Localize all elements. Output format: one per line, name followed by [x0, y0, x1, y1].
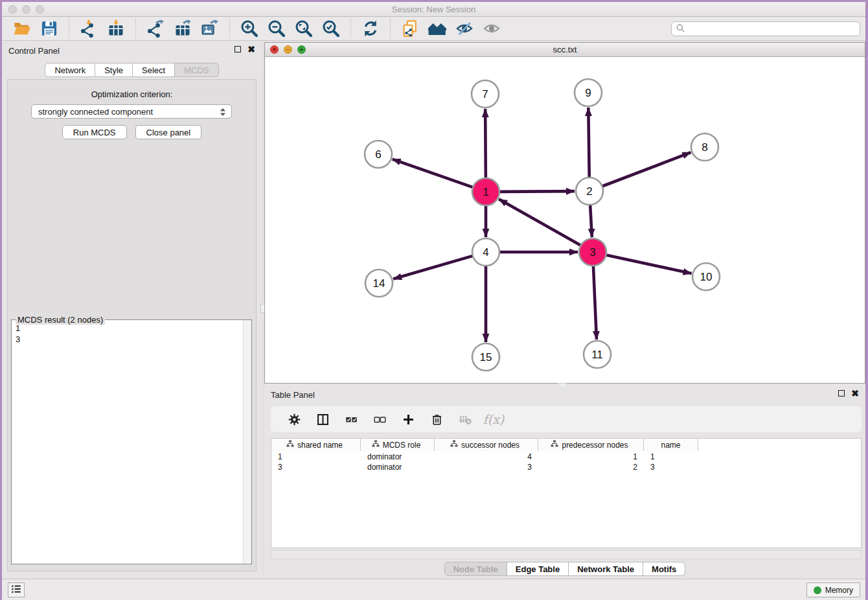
table-row[interactable]: 3dominator323: [271, 462, 698, 472]
zoom-in-icon[interactable]: [238, 19, 260, 38]
mcds-result-scrollbar[interactable]: [243, 320, 251, 564]
float-table-panel-icon[interactable]: [838, 390, 845, 397]
tab-network-table[interactable]: Network Table: [569, 562, 643, 576]
export-table-icon[interactable]: [172, 19, 194, 38]
graph-edge-1-2[interactable]: [499, 191, 575, 192]
zoom-selected-icon[interactable]: [320, 19, 342, 38]
graph-node-9[interactable]: 9: [575, 79, 602, 106]
graph-node-label: 3: [589, 246, 595, 259]
graph-edge-4-14[interactable]: [393, 256, 473, 279]
hide-selected-icon[interactable]: [453, 19, 475, 38]
open-session-icon[interactable]: [11, 19, 33, 38]
minimize-view-icon[interactable]: –: [284, 45, 292, 54]
close-panel-icon[interactable]: ✖: [247, 46, 255, 52]
optimization-dropdown-value: strongly connected component: [38, 107, 153, 117]
graph-node-label: 14: [373, 277, 385, 290]
column-header-successor-nodes[interactable]: successor nodes: [435, 439, 538, 451]
graph-node-4[interactable]: 4: [472, 238, 499, 266]
graph-node-label: 15: [480, 351, 492, 363]
control-panel-header: Control Panel ✖: [2, 42, 262, 59]
first-neighbors-icon[interactable]: [426, 19, 448, 38]
memory-button[interactable]: Memory: [806, 583, 860, 597]
graph-node-11[interactable]: 11: [584, 341, 611, 368]
column-header-MCDS-role[interactable]: MCDS role: [361, 439, 435, 451]
network-canvas[interactable]: 1234678910111415: [265, 57, 865, 383]
mcds-result-text[interactable]: 1 3: [12, 320, 251, 564]
graph-node-7[interactable]: 7: [472, 80, 499, 108]
graph-node-2[interactable]: 2: [576, 178, 603, 205]
graph-edge-2-8[interactable]: [602, 152, 691, 186]
status-bar: Memory: [2, 579, 865, 600]
graph-node-10[interactable]: 10: [692, 263, 720, 290]
graph-edge-3-10[interactable]: [606, 255, 692, 273]
graph-node-14[interactable]: 14: [365, 270, 393, 297]
tab-network[interactable]: Network: [45, 63, 95, 77]
settings-gear-icon[interactable]: [283, 410, 305, 429]
toolbar-separator: [229, 19, 230, 38]
maximize-view-icon[interactable]: +: [297, 45, 306, 54]
graph-node-8[interactable]: 8: [691, 133, 718, 161]
export-network-icon[interactable]: [144, 19, 166, 38]
tab-edge-table[interactable]: Edge Table: [507, 562, 569, 576]
tab-style[interactable]: Style: [95, 63, 133, 77]
save-session-icon[interactable]: [38, 19, 60, 38]
show-all-icon[interactable]: [481, 19, 503, 38]
graph-edge-2-3[interactable]: [590, 205, 592, 237]
graph-edge-1-6[interactable]: [393, 159, 473, 187]
tree-icon: [450, 440, 458, 450]
graph-edge-1-7[interactable]: [485, 109, 486, 178]
graph-node-label: 8: [702, 141, 707, 154]
minimize-window-icon[interactable]: [22, 5, 30, 14]
graph-node-label: 7: [482, 88, 488, 100]
window-controls: [8, 5, 44, 14]
duplicate-network-icon[interactable]: [399, 19, 421, 38]
optimization-dropdown[interactable]: strongly connected component: [31, 104, 232, 119]
graph-edge-3-1[interactable]: [499, 199, 581, 245]
refresh-layout-icon[interactable]: [360, 19, 382, 38]
table-horizontal-scrollbar[interactable]: [271, 550, 862, 559]
deselect-all-icon[interactable]: [369, 410, 391, 429]
import-table-icon[interactable]: [105, 19, 127, 38]
table-cell: 2: [538, 462, 644, 472]
graph-node-15[interactable]: 15: [472, 343, 499, 371]
select-all-icon[interactable]: [340, 410, 362, 429]
search-input[interactable]: [685, 25, 856, 34]
import-network-icon[interactable]: [78, 19, 100, 38]
column-header-shared-name[interactable]: shared name: [271, 439, 361, 451]
table-row[interactable]: 1dominator411: [271, 452, 698, 462]
tab-select[interactable]: Select: [133, 63, 175, 77]
graph-edge-3-11[interactable]: [593, 266, 597, 340]
graph-node-3[interactable]: 3: [579, 238, 606, 266]
add-row-icon[interactable]: [397, 410, 419, 429]
zoom-fit-icon[interactable]: [293, 19, 315, 38]
automation-panel-button[interactable]: [8, 583, 25, 597]
zoom-out-icon[interactable]: [266, 19, 288, 38]
tab-mcds[interactable]: MCDS: [175, 63, 218, 77]
close-table-panel-icon[interactable]: ✖: [851, 390, 859, 397]
delete-row-icon[interactable]: [426, 410, 448, 429]
zoom-window-icon[interactable]: [36, 5, 44, 14]
close-view-icon[interactable]: ×: [270, 45, 279, 54]
list-icon: [10, 583, 22, 597]
search-field[interactable]: [671, 21, 860, 36]
network-view-window: × – + scc.txt 1234678910111415: [264, 42, 865, 384]
tab-node-table[interactable]: Node Table: [444, 562, 507, 576]
dropdown-stepper-icon: [217, 106, 229, 120]
float-panel-icon[interactable]: [234, 46, 241, 52]
column-header-predecessor-nodes[interactable]: predecessor nodes: [538, 439, 644, 451]
close-window-icon[interactable]: [8, 5, 17, 14]
close-panel-button[interactable]: Close panel: [135, 125, 202, 139]
search-icon: [676, 23, 685, 35]
network-window-titlebar[interactable]: × – + scc.txt: [265, 43, 865, 57]
table-header-row: shared nameMCDS rolesuccessor nodesprede…: [271, 439, 698, 451]
tab-motifs[interactable]: Motifs: [643, 562, 685, 576]
graph-edge-2-9[interactable]: [588, 108, 589, 178]
export-image-icon[interactable]: [199, 19, 221, 38]
column-layout-icon[interactable]: [312, 410, 334, 429]
graph-node-6[interactable]: 6: [365, 141, 392, 168]
graph-node-label: 9: [585, 87, 591, 99]
column-header-name[interactable]: name: [644, 439, 698, 451]
graph-node-1[interactable]: 1: [472, 178, 499, 205]
run-mcds-button[interactable]: Run MCDS: [62, 125, 127, 139]
optimization-label: Optimization criterion:: [8, 89, 256, 99]
